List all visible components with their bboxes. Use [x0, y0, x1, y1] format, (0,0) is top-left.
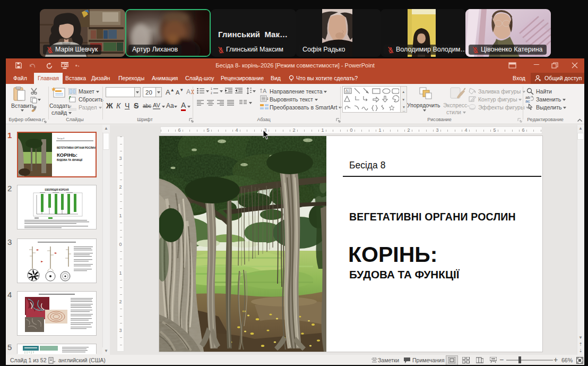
svg-text:A: A	[345, 89, 348, 92]
svg-text:1: 1	[321, 127, 324, 133]
svg-text:ЕВОЛЮЦІЯ КОРЕНЯ: ЕВОЛЮЦІЯ КОРЕНЯ	[45, 189, 68, 191]
svg-text:3: 3	[119, 156, 122, 161]
svg-text:4: 4	[235, 127, 238, 133]
svg-text:Бесіда 8: Бесіда 8	[57, 138, 64, 140]
svg-text:6: 6	[522, 127, 524, 133]
svg-text:БУДОВА ТА ФУНКЦІЇ: БУДОВА ТА ФУНКЦІЇ	[57, 158, 83, 161]
svg-text:0: 0	[119, 242, 122, 247]
svg-text:ac: ac	[525, 99, 530, 103]
svg-text:2: 2	[119, 184, 122, 190]
svg-text:3: 3	[119, 328, 122, 333]
svg-text:1: 1	[378, 127, 381, 133]
svg-text:0: 0	[350, 127, 352, 133]
svg-text:2: 2	[119, 299, 122, 304]
svg-text:ВЕГЕТАТИВНІ ОРГАНИ РОСЛИН: ВЕГЕТАТИВНІ ОРГАНИ РОСЛИН	[57, 147, 96, 149]
svg-text:А: А	[186, 88, 191, 96]
svg-text:КОРІНЬ:: КОРІНЬ:	[57, 152, 77, 158]
svg-text:6: 6	[178, 127, 180, 133]
svg-text:1: 1	[119, 213, 122, 218]
svg-text:А: А	[263, 88, 267, 94]
svg-text:5: 5	[206, 127, 209, 133]
svg-text:5: 5	[493, 127, 496, 133]
svg-text:3: 3	[436, 127, 438, 133]
svg-text:2: 2	[292, 127, 295, 133]
svg-text:1: 1	[211, 88, 212, 90]
svg-text:2: 2	[407, 127, 410, 133]
svg-text:1: 1	[119, 270, 122, 276]
svg-text:4: 4	[464, 127, 467, 133]
svg-text:2: 2	[211, 91, 212, 94]
